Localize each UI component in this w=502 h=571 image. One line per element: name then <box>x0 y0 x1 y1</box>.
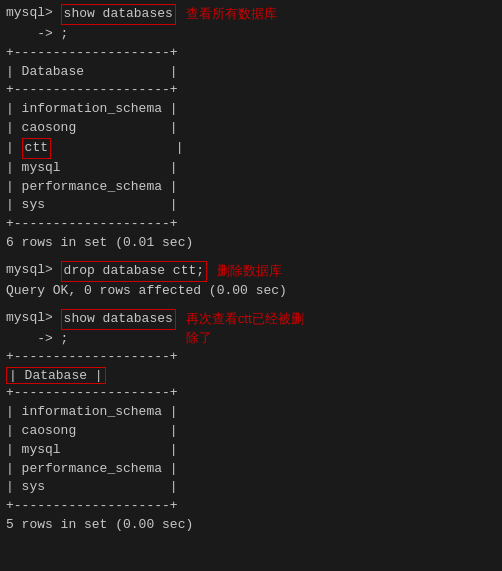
section-show-databases-1: mysql> show databases -> ; 查看所有数据库 +----… <box>6 4 496 253</box>
table-border-mid-2: +--------------------+ <box>6 384 496 403</box>
table-header-row-2: | Database | <box>6 367 496 384</box>
comment-text-1: 查看所有数据库 <box>186 4 277 24</box>
table-border-top-2: +--------------------+ <box>6 348 496 367</box>
table-row-mysql-1: | mysql | <box>6 159 496 178</box>
prompt-line-drop: mysql> drop database ctt; <box>6 261 207 282</box>
result-1: 6 rows in set (0.01 sec) <box>6 234 496 253</box>
comment-show-databases-2: 再次查看ctt已经被删 除了 <box>186 309 304 348</box>
table-header-2-highlighted: | Database | <box>6 367 106 384</box>
table-row-info-schema-1: | information_schema | <box>6 100 496 119</box>
prompt-line-2: mysql> show databases <box>6 309 176 330</box>
prompt-continuation-2: -> ; <box>6 330 176 349</box>
comment-text-2b: 除了 <box>186 328 304 348</box>
table-row-caosong-1: | caosong | <box>6 119 496 138</box>
terminal-window: mysql> show databases -> ; 查看所有数据库 +----… <box>0 0 502 571</box>
comment-drop-database: 删除数据库 <box>217 261 282 281</box>
table-row-sys-1: | sys | <box>6 196 496 215</box>
table-row-mysql-2: | mysql | <box>6 441 496 460</box>
section-show-databases-2: mysql> show databases -> ; 再次查看ctt已经被删 除… <box>6 309 496 535</box>
command-show-databases-2: show databases <box>61 309 176 330</box>
comment-text-drop: 删除数据库 <box>217 261 282 281</box>
result-2: 5 rows in set (0.00 sec) <box>6 516 496 535</box>
table-row-perf-schema-1: | performance_schema | <box>6 178 496 197</box>
table-row-perf-schema-2: | performance_schema | <box>6 460 496 479</box>
table-header-1: | Database | <box>6 63 496 82</box>
comment-text-2a: 再次查看ctt已经被删 <box>186 309 304 329</box>
table-row-ctt-highlighted: | ctt | <box>6 138 496 159</box>
comment-show-databases-1: 查看所有数据库 <box>186 4 277 24</box>
table-border-bottom-2: +--------------------+ <box>6 497 496 516</box>
table-row-info-schema-2: | information_schema | <box>6 403 496 422</box>
result-drop: Query OK, 0 rows affected (0.00 sec) <box>6 282 496 301</box>
prompt-continuation-1: -> ; <box>6 25 176 44</box>
prompt-line-1: mysql> show databases <box>6 4 176 25</box>
command-drop-database: drop database ctt; <box>61 261 207 282</box>
table-row-sys-2: | sys | <box>6 478 496 497</box>
section-drop-database: mysql> drop database ctt; 删除数据库 Query OK… <box>6 261 496 301</box>
table-border-mid-1: +--------------------+ <box>6 81 496 100</box>
table-border-bottom-1: +--------------------+ <box>6 215 496 234</box>
command-show-databases-1: show databases <box>61 4 176 25</box>
table-row-caosong-2: | caosong | <box>6 422 496 441</box>
highlighted-ctt: ctt <box>22 138 51 159</box>
table-border-top-1: +--------------------+ <box>6 44 496 63</box>
